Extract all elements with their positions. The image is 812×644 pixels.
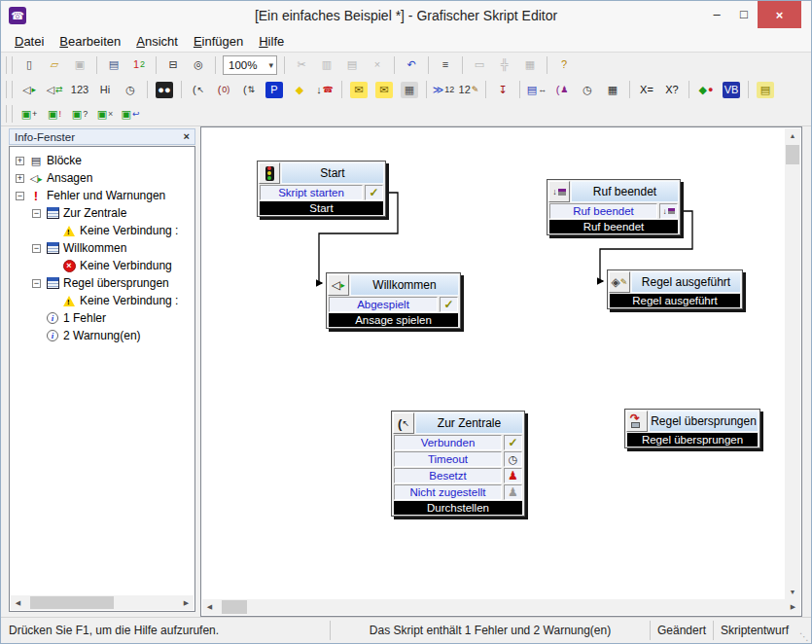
maximize-button[interactable]: □	[730, 1, 758, 26]
keypad-icon[interactable]: ▦	[398, 79, 421, 100]
tree-item-ansagen[interactable]: +◁▸Ansagen	[10, 169, 194, 187]
chevron-down-icon[interactable]: ▾	[268, 60, 276, 70]
transfer-call-icon[interactable]: (⇅	[237, 79, 261, 100]
collapse-icon[interactable]: −	[32, 279, 41, 288]
send-message-icon[interactable]: ✉	[347, 79, 371, 100]
scroll-thumb[interactable]	[30, 596, 114, 609]
check-icon[interactable]: ✓	[504, 435, 522, 450]
collapse-icon[interactable]: −	[32, 209, 41, 218]
calendar-icon[interactable]: ▦	[601, 79, 624, 100]
tree-item-willkommen[interactable]: −Willkommen	[10, 239, 194, 257]
tree-item-2-warnung-en[interactable]: i2 Warnung(en)	[10, 327, 194, 344]
test-variable-icon[interactable]: X?	[660, 79, 684, 100]
return-block-icon[interactable]: ▣↩	[119, 103, 142, 125]
block-action[interactable]: Ruf beendet	[549, 220, 678, 233]
menu-datei[interactable]: Datei	[7, 32, 52, 51]
new-file-icon[interactable]: ▯	[18, 54, 41, 76]
close-button[interactable]: ×	[758, 1, 801, 28]
canvas-vscrollbar[interactable]: ▲ ▼	[785, 128, 800, 599]
hold-call-icon[interactable]: (0)	[212, 79, 235, 100]
recorder-icon[interactable]: ●●	[153, 79, 176, 100]
block-willkommen[interactable]: ◁▸WillkommenAbgespielt✓Ansage spielen	[326, 272, 461, 329]
decision-icon[interactable]: ◆	[288, 79, 311, 100]
scroll-left-icon[interactable]: ◀	[202, 600, 217, 615]
info-panel-close-icon[interactable]: ×	[184, 131, 190, 142]
info-panel-header[interactable]: Info-Fenster ×	[9, 128, 195, 145]
pull-call-icon[interactable]: ↧	[491, 79, 514, 100]
block-exit-row-timeout[interactable]: Timeout◷	[394, 451, 522, 467]
say-number-icon[interactable]: 123	[68, 79, 91, 100]
edit-digits-icon[interactable]: 12✎	[457, 79, 480, 100]
block-action[interactable]: Durchstellen	[394, 501, 522, 515]
scroll-left-icon[interactable]: ◀	[11, 595, 25, 610]
tree-item-zur-zentrale[interactable]: −Zur Zentrale	[10, 204, 194, 222]
delete-block-icon[interactable]: ▣×	[93, 103, 117, 125]
block-exit-row-ruf-beendet[interactable]: Ruf beendet↓	[549, 203, 678, 219]
dial-digits-icon[interactable]: ≫12	[432, 79, 455, 100]
insert-block-icon[interactable]: ▣+	[18, 103, 41, 125]
call-end-icon[interactable]: ↓	[659, 203, 678, 219]
say-text-icon[interactable]: Hi	[93, 79, 117, 100]
scroll-up-icon[interactable]: ▲	[786, 128, 800, 143]
script-list-icon[interactable]: ≡	[434, 54, 457, 76]
block-error-icon[interactable]: ▣!	[43, 103, 66, 125]
link-blocks-icon[interactable]: ▤↔	[525, 79, 548, 100]
park-call-icon[interactable]: P	[263, 79, 286, 100]
block-exit-row-skript-starten[interactable]: Skript starten✓	[260, 185, 383, 200]
resize-grip[interactable]: ⋱	[795, 618, 811, 643]
block-exit-row-besetzt[interactable]: Besetzt♟	[394, 468, 522, 483]
scroll-right-icon[interactable]: ▶	[179, 595, 194, 610]
set-variable-icon[interactable]: X=	[635, 79, 658, 100]
expand-icon[interactable]: +	[16, 174, 24, 183]
flow-structure-icon[interactable]: ◆●	[694, 79, 718, 100]
print-icon[interactable]: ⊟	[161, 54, 185, 76]
tree-item-1-fehler[interactable]: i1 Fehler	[10, 309, 194, 327]
block-regel-ausgefuehrt[interactable]: ◈✎Regel ausgeführtRegel ausgeführt	[607, 269, 743, 309]
block-exit-row-abgespielt[interactable]: Abgespielt✓	[329, 297, 458, 312]
record-announcement-icon[interactable]: ◁⇄	[43, 79, 66, 100]
expand-icon[interactable]: +	[16, 157, 24, 165]
block-regel-uebersprungen[interactable]: ↷Regel übersprungenRegel übersprungen	[624, 409, 760, 448]
message-icon[interactable]: ✉	[372, 79, 396, 100]
info-tree-hscrollbar[interactable]: ◀ ▶	[11, 595, 194, 610]
block-zur-zentrale[interactable]: (↖Zur ZentraleVerbunden✓Timeout◷Besetzt♟…	[391, 411, 525, 517]
collapse-icon[interactable]: −	[16, 192, 24, 200]
print-preview-icon[interactable]: ◎	[187, 54, 210, 76]
block-ruf-beendet[interactable]: ↓Ruf beendetRuf beendet↓Ruf beendet	[547, 179, 681, 235]
block-exit-row-nicht-zugestellt[interactable]: Nicht zugestellt♟	[394, 484, 522, 500]
tree-item-bloecke[interactable]: +▤Blöcke	[10, 152, 194, 169]
tree-item-keine-verbindung[interactable]: !Keine Verbindung :	[10, 292, 194, 309]
menu-hilfe[interactable]: Hilfe	[251, 32, 292, 51]
block-action[interactable]: Start	[260, 201, 383, 215]
zoom-select[interactable]: 100%▾	[223, 55, 277, 75]
scroll-down-icon[interactable]: ▼	[786, 585, 800, 599]
scroll-thumb[interactable]	[222, 600, 247, 614]
canvas-hscrollbar[interactable]: ◀ ▶	[202, 599, 800, 615]
open-file-icon[interactable]: ▱	[43, 54, 66, 76]
menu-einfuegen[interactable]: Einfügen	[186, 32, 251, 51]
menu-ansicht[interactable]: Ansicht	[128, 32, 186, 51]
script-canvas[interactable]: StartSkript starten✓Start↓Ruf beendetRuf…	[200, 126, 802, 617]
block-action[interactable]: Regel ausgeführt	[610, 294, 740, 307]
tree-item-regel-uebersprungen[interactable]: −Regel übersprungen	[10, 274, 194, 292]
undo-icon[interactable]: ↶	[400, 54, 423, 76]
block-numbers-icon[interactable]: 12	[127, 54, 151, 76]
collapse-icon[interactable]: −	[32, 244, 41, 253]
tree-item-keine-verbindung[interactable]: !Keine Verbindung :	[10, 222, 194, 239]
block-help-icon[interactable]: ▣?	[68, 103, 91, 125]
check-icon[interactable]: ✓	[365, 185, 383, 200]
time-icon[interactable]: ◷	[576, 79, 599, 100]
properties-icon[interactable]: ▤	[102, 54, 125, 76]
scroll-right-icon[interactable]: ▶	[786, 600, 800, 615]
menu-bearbeiten[interactable]: Bearbeiten	[52, 32, 128, 51]
scroll-thumb[interactable]	[786, 145, 799, 164]
minimize-button[interactable]: –	[703, 1, 730, 26]
busy-icon[interactable]: ♟	[504, 468, 522, 483]
play-announcement-icon[interactable]: ◁▸	[18, 79, 41, 100]
answer-call-icon[interactable]: (↖	[187, 79, 210, 100]
block-exit-row-verbunden[interactable]: Verbunden✓	[394, 435, 522, 450]
say-time-icon[interactable]: ◷	[119, 79, 142, 100]
notes-icon[interactable]: ▤	[754, 79, 777, 100]
block-start[interactable]: StartSkript starten✓Start	[257, 161, 386, 217]
help-icon[interactable]: ?	[552, 54, 576, 76]
